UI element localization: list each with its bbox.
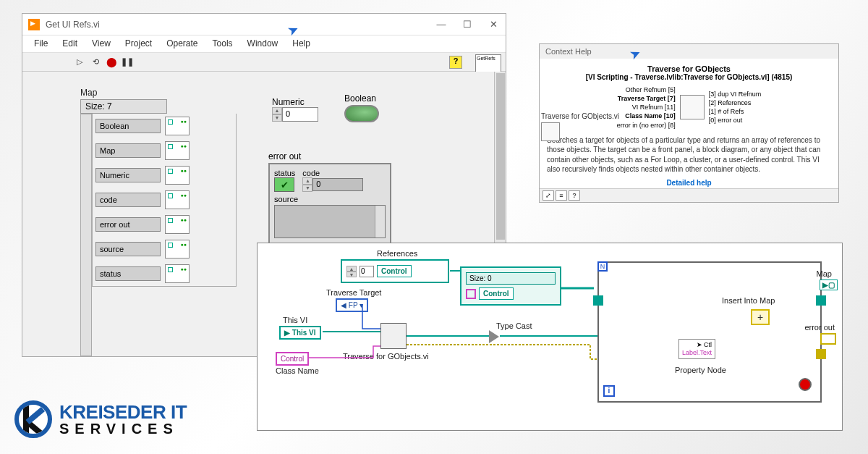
traverse-subvi[interactable]: [380, 323, 407, 349]
boolean-control[interactable]: Boolean: [344, 93, 379, 122]
ctx-footer: ⤢ ≡ ?: [540, 188, 838, 202]
ctx-vi-icon: [680, 95, 705, 119]
run-continuously-button[interactable]: ⟲: [89, 56, 102, 69]
map-indicator: Map Size: 7 Boolean Map Numeric code err…: [80, 88, 237, 287]
map-row: error out: [93, 212, 236, 237]
traverse-subvi-label: Traverse for GObjects.vi: [343, 352, 429, 361]
numeric-label: Numeric: [272, 97, 318, 107]
error-code-label: code: [302, 169, 363, 177]
insert-label: Insert Into Map: [722, 296, 775, 305]
stop-terminal-icon: [799, 378, 812, 391]
array-elem: Control: [377, 265, 412, 277]
context-help-title: Context Help: [545, 47, 592, 56]
menu-help[interactable]: Help: [286, 35, 316, 52]
error-label: error out: [268, 151, 391, 161]
logo-text-bot: SERVICES: [59, 421, 187, 436]
class-name-label: Class Name: [276, 366, 319, 375]
insert-into-map-node: +: [751, 309, 770, 325]
array-index[interactable]: 0: [359, 266, 374, 277]
company-logo: KREISEDER IT SERVICES: [14, 400, 187, 438]
map-key: Boolean: [95, 119, 161, 133]
help-button[interactable]: ?: [449, 56, 462, 69]
numeric-control[interactable]: Numeric ▲▼ 0: [272, 97, 318, 122]
control-string-const[interactable]: Control: [276, 352, 309, 366]
map-key: Numeric: [95, 168, 161, 182]
shift-register-left-icon: [593, 295, 603, 306]
close-button[interactable]: ✕: [487, 19, 500, 30]
ctx-out-term: [2] References: [709, 98, 762, 107]
loop-n-terminal: N: [597, 261, 608, 272]
traverse-target-const[interactable]: ◀ FP ▾: [336, 298, 368, 312]
ctx-subtitle: [VI Scripting - Traverse.lvlib:Traverse …: [547, 73, 831, 81]
refnum-icon: [165, 240, 190, 258]
map-row: Boolean: [93, 114, 236, 138]
ctx-out-term: [1] # of Refs: [709, 107, 762, 116]
value-type: Control: [479, 287, 514, 300]
traverse-target-label: Traverse Target: [326, 288, 381, 297]
traverse-vi-icon: [541, 122, 560, 141]
refnum-icon: [165, 215, 190, 234]
toolbar: ▷ ⟲ ⬤ ❚❚ ? GetRefs: [22, 53, 506, 72]
map-out-label: Map: [817, 269, 832, 278]
pause-button[interactable]: ❚❚: [121, 56, 134, 69]
error-source-value: [274, 205, 386, 238]
logo-text-top: KREISEDER IT: [59, 403, 187, 421]
menu-window[interactable]: Window: [242, 35, 284, 52]
traverse-label: Traverse for GObjects.vi: [541, 112, 619, 120]
menu-file[interactable]: File: [28, 35, 54, 52]
references-label: References: [377, 249, 417, 258]
boolean-button[interactable]: [344, 105, 379, 122]
map-key: code: [95, 193, 161, 207]
menu-view[interactable]: View: [86, 35, 116, 52]
type-cast-icon: [489, 330, 499, 343]
titlebar[interactable]: Get UI Refs.vi — ☐ ✕: [22, 14, 506, 35]
error-out-cluster: error out status ✔ code ▲▼ 0 sour: [268, 151, 391, 244]
references-array: ▲▼ 0 Control: [341, 259, 449, 283]
boolean-label: Boolean: [344, 93, 379, 104]
ctx-simple-icon[interactable]: ≡: [556, 190, 567, 201]
traverse-vi-reference: Traverse for GObjects.vi: [541, 112, 619, 141]
ctx-in-term: error in (no error) [8]: [617, 121, 676, 130]
map-row: Numeric: [93, 163, 236, 188]
map-key: source: [95, 242, 161, 256]
menu-tools[interactable]: Tools: [207, 35, 239, 52]
numeric-incdec[interactable]: ▲▼: [272, 107, 282, 122]
key-type-icon: [466, 289, 476, 299]
menubar: File Edit View Project Operate Tools Win…: [22, 35, 506, 53]
scrollbar[interactable]: [375, 206, 385, 237]
numeric-value[interactable]: 0: [282, 107, 318, 122]
ctx-help-icon[interactable]: ?: [569, 190, 580, 201]
prop-label: Label.Text: [682, 349, 712, 357]
menu-edit[interactable]: Edit: [56, 35, 83, 52]
shift-register-right-icon: [816, 295, 826, 306]
map-label: Map: [80, 88, 237, 98]
this-vi-label: This VI: [283, 316, 307, 324]
context-help-titlebar[interactable]: Context Help: [540, 44, 838, 59]
loop-i-terminal: i: [603, 385, 615, 397]
vi-icon: [28, 19, 40, 30]
array-incdec[interactable]: ▲▼: [346, 266, 357, 277]
ctx-lock-icon[interactable]: ⤢: [542, 190, 554, 201]
error-code-value: 0: [312, 178, 363, 191]
logo-mark-icon: [14, 400, 52, 438]
menu-operate[interactable]: Operate: [161, 35, 203, 52]
property-node-label: Property Node: [675, 366, 726, 374]
code-incdec[interactable]: ▲▼: [302, 177, 312, 192]
property-node[interactable]: ➤ Ctl Label.Text: [678, 339, 715, 359]
menu-project[interactable]: Project: [119, 35, 158, 52]
error-out-label: error out: [804, 323, 835, 332]
minimize-button[interactable]: —: [435, 19, 448, 30]
error-tunnel-icon: [816, 349, 826, 359]
map-size: Size: 7: [80, 99, 167, 114]
ctx-out-term: [0] error out: [709, 116, 762, 125]
this-vi-const: ▶ This VI: [279, 326, 321, 340]
ctx-in-term: Other Refnum [5]: [617, 85, 676, 94]
map-key: Map: [95, 143, 161, 158]
for-loop: N i ➤ Ctl Label.Text Property Node Inser…: [597, 261, 822, 403]
error-status-check-icon: ✔: [274, 177, 294, 192]
maximize-button[interactable]: ☐: [461, 19, 474, 30]
run-button[interactable]: ▷: [73, 56, 86, 69]
detailed-help-link[interactable]: Detailed help: [547, 179, 831, 187]
abort-button[interactable]: ⬤: [105, 56, 118, 69]
map-row: code: [93, 188, 236, 212]
